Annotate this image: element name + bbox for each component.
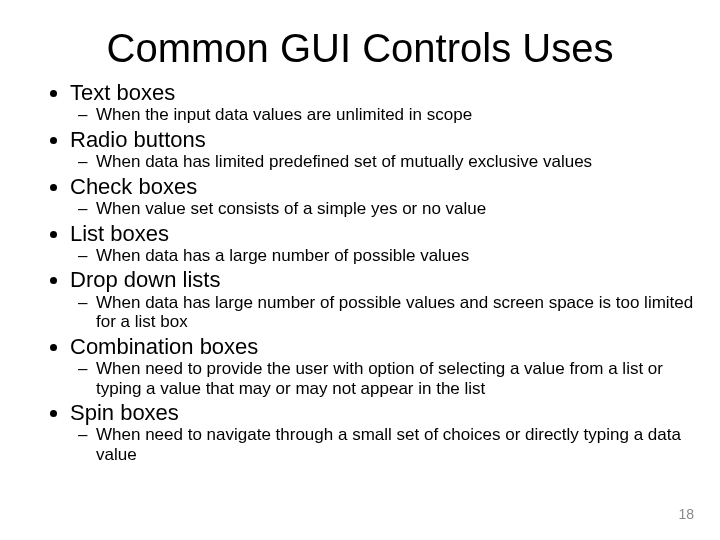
sub-item: When data has a large number of possible… <box>96 246 694 266</box>
bullet-list: Text boxes When the input data values ar… <box>42 80 694 465</box>
item-desc: When need to navigate through a small se… <box>96 425 681 464</box>
page-number: 18 <box>678 506 694 522</box>
sub-item: When need to provide the user with optio… <box>96 359 694 398</box>
item-label: Check boxes <box>70 174 197 199</box>
item-label: Radio buttons <box>70 127 206 152</box>
list-item: Spin boxes When need to navigate through… <box>70 400 694 464</box>
list-item: Combination boxes When need to provide t… <box>70 334 694 398</box>
item-desc: When data has a large number of possible… <box>96 246 469 265</box>
slide-body: Text boxes When the input data values ar… <box>42 80 694 467</box>
sub-item: When need to navigate through a small se… <box>96 425 694 464</box>
list-item: List boxes When data has a large number … <box>70 221 694 266</box>
item-label: Drop down lists <box>70 267 220 292</box>
sub-item: When the input data values are unlimited… <box>96 105 694 125</box>
item-desc: When data has limited predefined set of … <box>96 152 592 171</box>
item-label: Combination boxes <box>70 334 258 359</box>
item-label: Spin boxes <box>70 400 179 425</box>
item-label: List boxes <box>70 221 169 246</box>
list-item: Drop down lists When data has large numb… <box>70 267 694 331</box>
slide-title: Common GUI Controls Uses <box>0 26 720 71</box>
list-item: Check boxes When value set consists of a… <box>70 174 694 219</box>
sub-item: When data has large number of possible v… <box>96 293 694 332</box>
item-desc: When value set consists of a simple yes … <box>96 199 486 218</box>
item-label: Text boxes <box>70 80 175 105</box>
slide: Common GUI Controls Uses Text boxes When… <box>0 0 720 540</box>
sub-item: When data has limited predefined set of … <box>96 152 694 172</box>
item-desc: When the input data values are unlimited… <box>96 105 472 124</box>
sub-item: When value set consists of a simple yes … <box>96 199 694 219</box>
item-desc: When need to provide the user with optio… <box>96 359 663 398</box>
list-item: Text boxes When the input data values ar… <box>70 80 694 125</box>
list-item: Radio buttons When data has limited pred… <box>70 127 694 172</box>
item-desc: When data has large number of possible v… <box>96 293 693 332</box>
